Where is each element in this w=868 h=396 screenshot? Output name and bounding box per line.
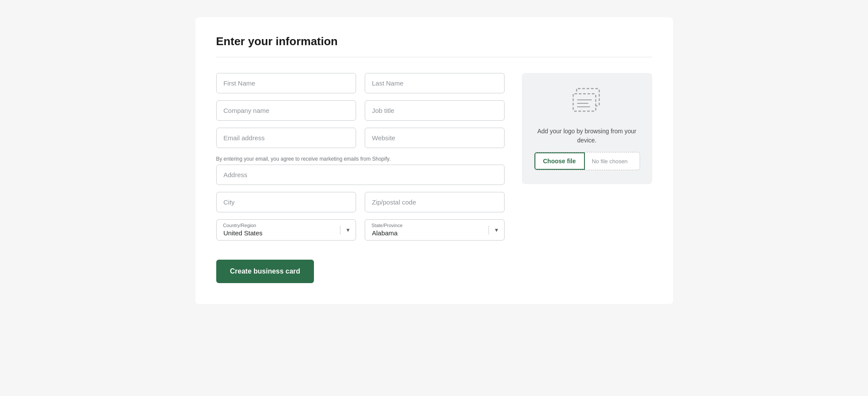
country-state-row: Country/Region United States Canada Unit… [216,219,505,241]
section-divider [216,57,652,57]
no-file-label: No file chosen [585,153,640,170]
company-job-row [216,100,505,121]
svg-rect-1 [573,94,596,111]
page-container: Enter your information [195,17,673,304]
state-divider [488,226,489,234]
state-field: State/Province Alabama Alaska Arizona Ca… [365,219,505,241]
email-notice: By entering your email, you agree to rec… [216,155,505,163]
last-name-field [365,73,505,93]
website-input[interactable] [365,128,505,148]
page-title: Enter your information [216,35,652,48]
company-name-input[interactable] [216,100,356,121]
zip-input[interactable] [365,192,505,212]
state-select-wrapper: State/Province Alabama Alaska Arizona Ca… [365,219,505,241]
logo-placeholder-icon [570,87,604,118]
address-input[interactable] [216,165,505,185]
state-select[interactable]: Alabama Alaska Arizona California New Yo… [365,219,505,241]
last-name-input[interactable] [365,73,505,93]
logo-description: Add your logo by browsing from your devi… [534,127,640,145]
main-layout: By entering your email, you agree to rec… [216,73,652,283]
country-select-wrapper: Country/Region United States Canada Unit… [216,219,356,241]
name-row [216,73,505,93]
choose-file-button[interactable]: Choose file [535,152,585,170]
email-field-wrapper [216,128,356,148]
create-business-card-button[interactable]: Create business card [216,260,314,283]
country-field: Country/Region United States Canada Unit… [216,219,356,241]
city-field [216,192,356,212]
country-divider [340,226,340,234]
zip-field [365,192,505,212]
job-title-field [365,100,505,121]
address-row [216,165,505,185]
email-website-row [216,128,505,148]
website-field [365,128,505,148]
city-input[interactable] [216,192,356,212]
file-upload-row: Choose file No file chosen [534,152,640,170]
city-zip-row [216,192,505,212]
first-name-input[interactable] [216,73,356,93]
logo-upload-section: Add your logo by browsing from your devi… [522,73,652,184]
email-input[interactable] [216,128,356,148]
job-title-input[interactable] [365,100,505,121]
form-section: By entering your email, you agree to rec… [216,73,505,283]
first-name-field [216,73,356,93]
company-name-field [216,100,356,121]
logo-icon-area [570,87,604,118]
country-select[interactable]: United States Canada United Kingdom [216,219,356,241]
